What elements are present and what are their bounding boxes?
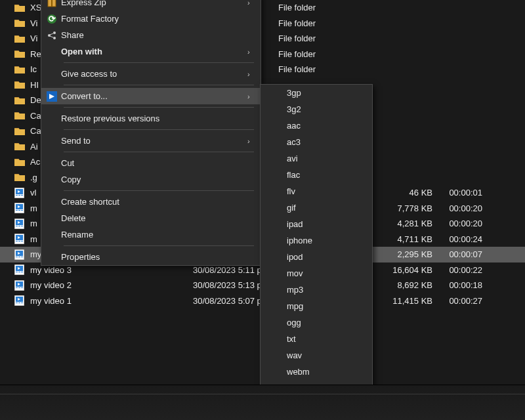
file-length: 00:00:27 [432, 296, 485, 306]
menu-item-delete[interactable]: Delete [41, 210, 261, 226]
status-bar-area [0, 385, 525, 420]
submenu-item-label: ipod [287, 252, 303, 262]
submenu-item-label: txt [287, 334, 296, 344]
submenu-item-ac3[interactable]: ac3 [261, 134, 372, 150]
svg-rect-39 [16, 272, 18, 272]
menu-item-restore-previous-versions[interactable]: Restore previous versions [41, 110, 261, 127]
menu-item-cut[interactable]: Cut [41, 155, 261, 171]
svg-rect-57 [51, 0, 52, 7]
menu-item-open-with[interactable]: Open with› [41, 43, 261, 60]
submenu-item-txt[interactable]: txt [261, 331, 372, 347]
submenu-item-ipad[interactable]: ipad [261, 216, 372, 232]
menu-item-express-zip[interactable]: Express Zip› [41, 0, 261, 10]
menu-item-label: Send to [61, 136, 247, 146]
submenu-item-ogg[interactable]: ogg [261, 314, 372, 331]
folder-icon [14, 141, 26, 152]
folder-icon [14, 33, 26, 44]
svg-rect-33 [18, 257, 20, 257]
submenu-item-avi[interactable]: avi [261, 150, 372, 167]
svg-rect-13 [21, 210, 23, 211]
svg-text:⟳: ⟳ [49, 14, 56, 24]
menu-separator [64, 129, 254, 130]
menu-item-create-shortcut[interactable]: Create shortcut [41, 194, 261, 210]
svg-line-64 [50, 36, 53, 37]
menu-separator [64, 62, 254, 63]
submenu-item-gif[interactable]: gif [261, 200, 372, 216]
svg-rect-55 [21, 303, 23, 303]
svg-rect-26 [18, 241, 20, 242]
submenu-item-webm[interactable]: webm [261, 364, 372, 380]
svg-rect-20 [21, 226, 23, 226]
svg-rect-47 [18, 287, 20, 288]
submenu-item-label: gif [287, 203, 296, 213]
file-type: File folder [278, 3, 377, 12]
folder-icon [14, 157, 26, 167]
submenu-item-label: webm [287, 367, 310, 377]
file-type: File folder [278, 64, 377, 74]
menu-item-send-to[interactable]: Send to› [41, 133, 261, 149]
chevron-right-icon: › [247, 93, 254, 100]
svg-rect-40 [18, 272, 20, 272]
svg-rect-46 [16, 287, 18, 288]
submenu-item-mov[interactable]: mov [261, 265, 372, 282]
file-size: 16,604 KB [377, 265, 432, 275]
menu-item-properties[interactable]: Properties [41, 249, 261, 265]
file-name: my video 3 [30, 265, 193, 275]
file-size: 11,415 KB [377, 296, 432, 306]
submenu-item-label: ipad [287, 219, 303, 229]
video-file-icon [14, 280, 26, 291]
submenu-item-label: flv [287, 186, 295, 196]
submenu-item-flv[interactable]: flv [261, 183, 372, 200]
menu-item-rename[interactable]: Rename [41, 226, 261, 243]
svg-rect-54 [18, 303, 20, 303]
svg-point-61 [53, 32, 56, 34]
svg-line-63 [50, 33, 53, 35]
folder-icon [14, 64, 26, 75]
menu-item-copy[interactable]: Copy [41, 171, 261, 188]
video-file-icon [14, 203, 26, 213]
file-name: my video 1 [30, 296, 193, 306]
file-length: 00:00:01 [432, 188, 485, 198]
folder-icon [14, 110, 26, 121]
folder-icon [14, 95, 26, 106]
svg-rect-6 [21, 195, 23, 196]
zip-icon [47, 0, 61, 8]
file-length: 00:00:20 [432, 219, 485, 228]
submenu-item-3g2[interactable]: 3g2 [261, 101, 372, 117]
video-file-icon [14, 234, 26, 244]
menu-item-label: Rename [61, 230, 247, 240]
submenu-item-flac[interactable]: flac [261, 167, 372, 183]
menu-separator [64, 245, 254, 246]
menu-item-format-factory[interactable]: ⟳Format Factory [41, 10, 261, 27]
submenu-item-mp3[interactable]: mp3 [261, 282, 372, 298]
file-length: 00:00:24 [432, 234, 485, 244]
submenu-item-label: wav [287, 350, 302, 360]
submenu-item-label: iphone [287, 236, 312, 245]
submenu-item-aac[interactable]: aac [261, 117, 372, 134]
menu-separator [64, 152, 254, 152]
svg-rect-32 [16, 257, 18, 257]
file-type: File folder [278, 33, 377, 43]
submenu-item-3gp[interactable]: 3gp [261, 85, 372, 101]
convert-icon [47, 91, 61, 102]
submenu-item-label: mov [287, 268, 303, 278]
folder-icon [14, 18, 26, 28]
submenu-item-ipod[interactable]: ipod [261, 249, 372, 265]
submenu-item-iphone[interactable]: iphone [261, 232, 372, 249]
folder-icon [14, 3, 26, 13]
submenu-item-label: aac [287, 121, 301, 131]
folder-icon [14, 126, 26, 136]
submenu-item-wav[interactable]: wav [261, 347, 372, 364]
svg-rect-27 [21, 241, 23, 242]
svg-rect-4 [16, 195, 18, 196]
chevron-right-icon: › [247, 70, 254, 78]
menu-item-label: Convert to... [61, 91, 247, 101]
menu-item-share[interactable]: Share [41, 27, 261, 43]
video-file-icon [14, 295, 26, 306]
file-type: File folder [278, 18, 377, 28]
menu-item-give-access-to[interactable]: Give access to› [41, 66, 261, 82]
menu-item-convert-to[interactable]: Convert to...› [41, 88, 261, 104]
file-length: 00:00:18 [432, 280, 485, 290]
menu-item-label: Properties [61, 252, 247, 262]
submenu-item-mpg[interactable]: mpg [261, 298, 372, 314]
